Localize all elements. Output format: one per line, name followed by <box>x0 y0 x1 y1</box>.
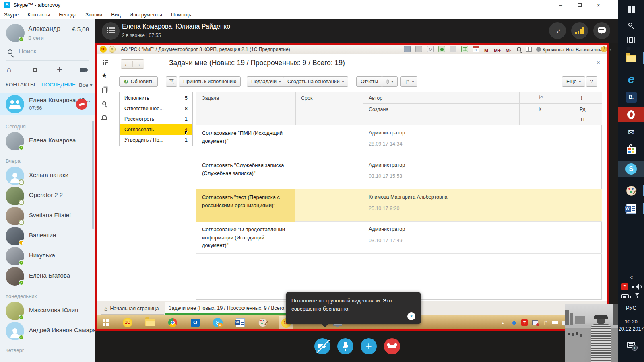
taskbar-store[interactable] <box>618 143 644 158</box>
group-item[interactable]: Исполнить5 <box>120 93 192 103</box>
balance[interactable]: € 5,08 <box>72 26 89 33</box>
main-menu-dropdown-icon[interactable]: ▾ <box>109 46 116 53</box>
tray-avira-icon[interactable]: ☂ <box>519 317 530 328</box>
minimize-button[interactable]: – <box>555 1 567 9</box>
contact-row[interactable]: ✓ Елена Бгатова <box>0 266 95 286</box>
taskbar-opera[interactable] <box>618 107 644 122</box>
taskbar-edge[interactable]: e <box>618 72 644 86</box>
refresh-button[interactable]: ↻ Обновить <box>119 76 158 87</box>
menu-contacts[interactable]: Контакты <box>27 12 50 18</box>
clock-date[interactable]: 20.12.2017 <box>618 326 644 332</box>
dialpad-icon[interactable] <box>32 67 38 73</box>
tray-chevron-icon[interactable]: < <box>618 273 644 282</box>
panel-splitter[interactable] <box>195 92 195 299</box>
menu-view[interactable]: Вид <box>111 12 121 18</box>
profile-name[interactable]: Александр <box>28 25 60 33</box>
remote-paint-icon[interactable] <box>258 317 268 328</box>
add-participant-button[interactable]: + <box>361 338 377 354</box>
taskbar-explorer[interactable] <box>618 51 644 65</box>
memory-m-button[interactable]: M <box>484 48 488 53</box>
global-search-icon[interactable] <box>102 101 106 105</box>
remote-word-icon[interactable]: W <box>235 317 246 328</box>
tab-recent[interactable]: ПОСЛЕДНИЕ <box>41 82 76 88</box>
presence-status[interactable]: В сети <box>28 35 44 41</box>
contact-row[interactable]: Svetlana Eltaief <box>0 206 95 226</box>
search-input[interactable]: Поиск <box>19 48 36 55</box>
help-button[interactable]: ? <box>586 76 597 87</box>
chat-button[interactable] <box>593 22 610 39</box>
mute-button[interactable] <box>337 338 353 354</box>
back-button[interactable]: ← <box>121 61 133 67</box>
maximize-button[interactable] <box>574 1 586 9</box>
table-row[interactable]: Согласование "О предоставлении информаци… <box>196 222 602 254</box>
fullscreen-button[interactable]: ↔ <box>549 22 566 39</box>
printer2-icon[interactable] <box>450 46 456 52</box>
taskbar-skype[interactable]: S <box>618 161 644 177</box>
accept-button[interactable]: Принять к исполнению <box>179 76 241 87</box>
tab-home[interactable]: ⌂ Начальная страница <box>101 302 164 315</box>
calculator-icon[interactable] <box>461 46 468 52</box>
start-button[interactable] <box>618 3 644 16</box>
notifications-bell-icon[interactable] <box>102 115 107 119</box>
add-contact-icon[interactable]: + <box>57 64 62 75</box>
subtasks-button[interactable]: Подзадачи▾ <box>247 76 285 87</box>
menu-skype[interactable]: Skype <box>4 12 19 18</box>
col-rd[interactable]: Рд <box>580 107 586 112</box>
reports-button[interactable]: Отчеты <box>356 76 382 87</box>
memory-mminus-button[interactable]: M- <box>506 48 511 53</box>
contact-row[interactable]: ✓ Андрей Иванов Самара <box>0 321 95 341</box>
service-dropdown-icon[interactable]: ▾ <box>609 47 611 51</box>
col-author[interactable]: Автор <box>369 95 382 101</box>
filter-dropdown[interactable]: Все ▾ <box>79 82 93 88</box>
group-item-selected[interactable]: Согласовать4 <box>120 124 192 135</box>
task-view-button[interactable] <box>618 34 644 46</box>
remote-skype-icon[interactable]: S 2 <box>213 317 223 328</box>
create-based-button[interactable]: Создать на основании▾ <box>283 76 348 87</box>
contact-row[interactable]: ✓ Елена Комарова <box>0 131 95 151</box>
call-quality-button[interactable] <box>571 22 588 39</box>
conversation-item-active[interactable]: Елена Комарова, Ю... 07:56 <box>0 93 95 115</box>
taskbar-paint[interactable] <box>618 183 644 198</box>
forward-button[interactable]: → <box>133 61 144 67</box>
table-row[interactable]: Согласование "ПМИ (Исходящий документ)" … <box>196 125 602 157</box>
contact-row[interactable]: Валентин <box>0 226 95 246</box>
calendar-icon[interactable]: 31 <box>473 46 479 52</box>
tray-battery-icon[interactable] <box>550 317 560 328</box>
taskbar-mail[interactable]: ✉ <box>618 125 644 139</box>
menu-calls[interactable]: Звонки <box>85 12 102 18</box>
group-item[interactable]: Ответственное...8 <box>120 103 192 114</box>
table-row[interactable]: Согласовать "Служебная записка (Служебна… <box>196 157 602 189</box>
remote-start-button[interactable] <box>101 317 111 328</box>
taskbar-search-button[interactable] <box>618 19 644 31</box>
print-icon[interactable] <box>415 46 422 52</box>
remote-outlook-icon[interactable]: O <box>190 317 200 328</box>
taskbar-b-app[interactable]: B. <box>618 90 644 104</box>
form-close-button[interactable]: × <box>597 59 600 66</box>
send-icon[interactable] <box>438 46 445 52</box>
menu-conversation[interactable]: Беседа <box>59 12 76 18</box>
remote-chrome-icon[interactable] <box>167 317 178 328</box>
contact-row[interactable]: ✓ Никулька <box>0 246 95 266</box>
menu-help[interactable]: Помощь <box>171 12 191 18</box>
contact-row[interactable]: Хельга патаки <box>0 166 95 186</box>
contact-row[interactable]: Operator 2 2 <box>0 186 95 206</box>
attachments-button[interactable]: ▾ <box>382 76 398 87</box>
action-center-button[interactable]: 1 <box>618 339 644 351</box>
col-k[interactable]: К <box>539 107 541 112</box>
contact-row[interactable]: ✓ Максимова Юлия <box>0 301 95 321</box>
memory-mplus-button[interactable]: M+ <box>494 48 501 53</box>
tray-schedule-icon[interactable] <box>530 317 540 328</box>
hangup-badge[interactable] <box>76 99 87 110</box>
save-icon[interactable] <box>404 46 411 52</box>
remote-1c-icon[interactable]: 1С <box>122 317 133 328</box>
info-icon[interactable]: i <box>601 46 607 52</box>
table-row-selected[interactable]: Согласовать "тест (Переписка с российски… <box>196 189 602 222</box>
tab-contacts[interactable]: КОНТАКТЫ <box>6 82 35 88</box>
tooltip-close-button[interactable]: × <box>407 312 415 320</box>
remote-explorer-icon[interactable] <box>145 317 155 328</box>
video-call-icon[interactable] <box>80 68 86 72</box>
sidebar-scrollbar[interactable] <box>92 121 94 229</box>
video-toggle-button[interactable] <box>314 338 330 354</box>
history-pages-icon[interactable] <box>102 88 107 93</box>
col-p[interactable]: П <box>581 117 584 123</box>
